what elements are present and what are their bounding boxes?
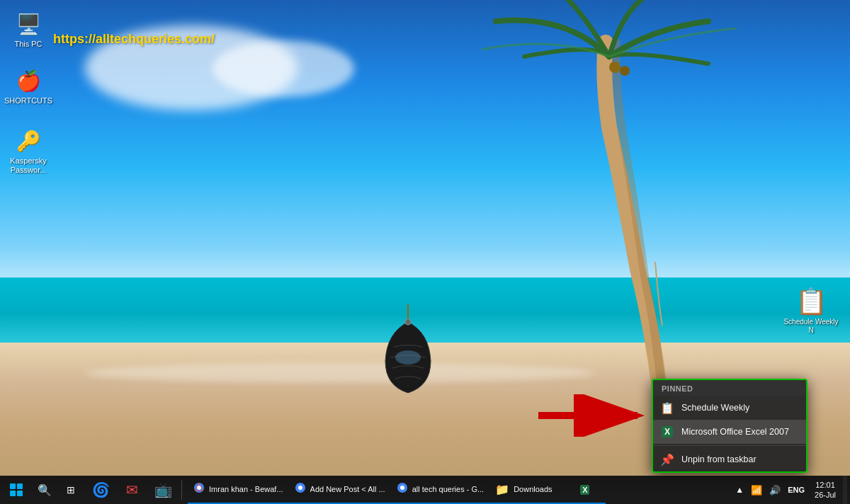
system-tray: ▲ 📶 🔊 ENG 12:01 26-Jul [732, 476, 847, 504]
start-button[interactable] [0, 476, 32, 504]
schedule-icon: 📋 [660, 401, 674, 415]
this-pc-label: This PC [14, 40, 42, 49]
clock-time: 12:01 [815, 480, 835, 490]
desktop-icon-kaspersky[interactable]: 🔑 Kaspersky Passwor... [4, 124, 53, 178]
desktop: https://alltechqueries.com/ 🖥️ This PC 🍎… [0, 0, 850, 504]
desktop-icon-this-pc[interactable]: 🖥️ This PC [4, 7, 53, 52]
svg-point-12 [400, 486, 404, 490]
taskbar-search[interactable]: 🔍 [32, 476, 57, 504]
excel-taskbar-icon: X [580, 483, 589, 496]
clock-date: 26-Jul [815, 490, 836, 500]
shortcuts-icon: 🍎 [14, 67, 42, 95]
schedule-file-icon: 📋 [795, 287, 827, 316]
taskbar-pinned-apps: 🌀 ✉ 📺 [85, 476, 178, 504]
media-icon: 📺 [154, 481, 172, 498]
chrome-2-label: Add New Post < All ... [310, 485, 385, 493]
jump-list-item-unpin[interactable]: 📌 Unpin from taskbar [653, 447, 806, 471]
taskbar-item-chrome-1[interactable]: Imran khan - Bewaf... [188, 476, 289, 504]
kaspersky-icon: 🔑 [14, 127, 42, 155]
svg-point-0 [609, 62, 620, 73]
taskbar-item-chrome-3[interactable]: all tech queries - G... [391, 476, 490, 504]
unpin-icon: 📌 [660, 452, 674, 466]
chrome-icon-3 [397, 482, 408, 496]
svg-point-10 [298, 486, 302, 490]
taskbar-app-mail[interactable]: ✉ [116, 476, 147, 504]
taskview-button[interactable]: ⊞ [57, 476, 85, 504]
schedule-file-label: Schedule Weekly N [783, 318, 839, 335]
taskbar-app-ie[interactable]: 🌀 [85, 476, 116, 504]
excel-icon: X [660, 425, 674, 439]
jump-list-item-excel[interactable]: X Microsoft Office Excel 2007 [653, 420, 806, 444]
this-pc-icon: 🖥️ [14, 10, 42, 38]
excel-label: Microsoft Office Excel 2007 [681, 427, 789, 437]
taskbar-running-apps: Imran khan - Bewaf... Add New Post < All… [188, 476, 732, 504]
kaspersky-label: Kaspersky Passwor... [6, 156, 50, 175]
schedule-label: Schedule Weekly [681, 403, 749, 413]
system-clock[interactable]: 12:01 26-Jul [809, 476, 842, 504]
hammock-chair [380, 304, 436, 396]
svg-point-1 [620, 66, 630, 76]
desktop-url: https://alltechqueries.com/ [53, 32, 215, 47]
jump-list-item-schedule[interactable]: 📋 Schedule Weekly [653, 396, 806, 420]
folder-icon: 📁 [495, 483, 509, 496]
search-icon: 🔍 [38, 483, 52, 497]
svg-point-4 [405, 319, 411, 325]
downloads-label: Downloads [514, 485, 552, 493]
chrome-3-label: all tech queries - G... [412, 485, 484, 493]
tray-network-icon[interactable]: 📶 [748, 476, 765, 504]
jump-list-pinned-header: Pinned [653, 380, 806, 396]
desktop-schedule-icon[interactable]: 📋 Schedule Weekly N [783, 287, 839, 335]
tray-overflow[interactable]: ▲ [732, 476, 747, 504]
ie-icon: 🌀 [92, 481, 110, 498]
svg-point-3 [395, 350, 421, 365]
show-desktop-button[interactable] [843, 476, 847, 504]
cloud-2 [212, 40, 354, 97]
tray-volume-icon[interactable]: 🔊 [766, 476, 783, 504]
taskbar: 🔍 ⊞ 🌀 ✉ 📺 [0, 476, 850, 504]
taskbar-app-media[interactable]: 📺 [147, 476, 178, 504]
taskbar-item-excel[interactable]: X [574, 476, 606, 504]
jump-list: Pinned 📋 Schedule Weekly X Microsoft Off… [652, 379, 808, 473]
tray-lang[interactable]: ENG [785, 476, 808, 504]
taskview-icon: ⊞ [67, 484, 75, 496]
taskbar-separator [181, 480, 182, 500]
chrome-icon-2 [295, 482, 306, 496]
shortcuts-label: SHORTCUTS [4, 96, 52, 105]
windows-logo [10, 483, 23, 496]
desktop-icon-shortcuts[interactable]: 🍎 SHORTCUTS [4, 64, 53, 108]
taskbar-item-chrome-2[interactable]: Add New Post < All ... [289, 476, 391, 504]
red-arrow [535, 394, 648, 437]
svg-point-8 [197, 486, 201, 490]
jump-list-divider [653, 445, 806, 446]
taskbar-item-downloads[interactable]: 📁 Downloads [489, 476, 574, 504]
unpin-label: Unpin from taskbar [681, 454, 756, 464]
chrome-1-label: Imran khan - Bewaf... [209, 485, 283, 493]
mail-icon: ✉ [126, 481, 138, 498]
chrome-icon-1 [193, 482, 205, 496]
